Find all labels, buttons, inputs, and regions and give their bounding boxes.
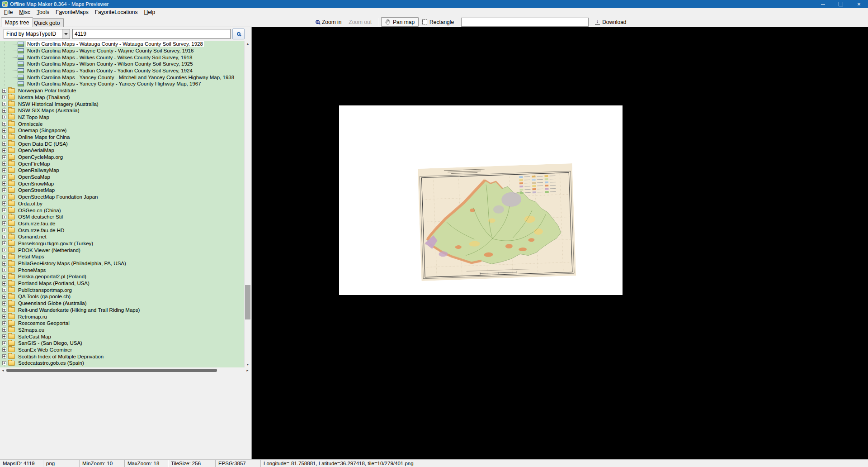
tree-item[interactable]: North Carolina Maps - Yancey County - Ya… — [0, 81, 244, 87]
maximize-button[interactable] — [832, 0, 850, 8]
tree-item[interactable]: Onemap (Singapore) — [0, 127, 244, 134]
expand-plus-icon[interactable] — [2, 295, 6, 299]
tree-item[interactable]: NSW Historical Imagery (Australia) — [0, 100, 244, 107]
tree-item[interactable]: SafeCast Map — [0, 333, 244, 340]
tree-item[interactable]: OpenSeaMap — [0, 174, 244, 181]
tree-item[interactable]: OpenSnowMap — [0, 180, 244, 187]
tree-item[interactable]: Osm.rrze.fau.de HD — [0, 227, 244, 234]
tree-item[interactable]: OpenStreetMap — [0, 187, 244, 194]
vertical-scrollbar[interactable] — [244, 41, 250, 367]
tree-item[interactable]: Roscosmos Geoportal — [0, 320, 244, 327]
tab-maps-tree[interactable]: Maps tree — [1, 17, 33, 27]
expand-plus-icon[interactable] — [2, 341, 6, 345]
expand-plus-icon[interactable] — [2, 215, 6, 219]
tree-item[interactable]: OpenStreetMap Foundation Japan — [0, 194, 244, 200]
tree-item[interactable]: Retromap.ru — [0, 313, 244, 320]
expand-plus-icon[interactable] — [2, 348, 6, 352]
tree-item[interactable]: Reit-und Wanderkarte (Hiking and Trail R… — [0, 307, 244, 314]
tree-item[interactable]: Scottish Index of Multiple Deprivation — [0, 353, 244, 360]
map-preview-panel[interactable] — [252, 27, 868, 459]
tree-item[interactable]: Norwegian Polar Institute — [0, 87, 244, 94]
expand-plus-icon[interactable] — [2, 241, 6, 245]
expand-plus-icon[interactable] — [2, 315, 6, 319]
expand-plus-icon[interactable] — [2, 208, 6, 212]
expand-plus-icon[interactable] — [2, 95, 6, 99]
tree-item[interactable]: OpenRailwayMap — [0, 167, 244, 174]
expand-plus-icon[interactable] — [2, 288, 6, 292]
tree-item[interactable]: OpenFireMap — [0, 160, 244, 167]
expand-plus-icon[interactable] — [2, 201, 6, 205]
horizontal-scrollbar[interactable] — [0, 367, 250, 373]
tree-item[interactable]: OSM deutscher Stil — [0, 214, 244, 220]
tree-item[interactable]: PhilaGeoHistory Maps (Philadelphia, PA, … — [0, 260, 244, 267]
download-range-input[interactable] — [461, 18, 589, 27]
expand-plus-icon[interactable] — [2, 328, 6, 332]
tree-item[interactable]: North Carolina Maps - Wilson County - Wi… — [0, 61, 244, 67]
tree-item[interactable]: OpenCycleMap.org — [0, 154, 244, 161]
expand-plus-icon[interactable] — [2, 142, 6, 146]
scroll-down-icon[interactable] — [245, 362, 251, 367]
expand-plus-icon[interactable] — [2, 129, 6, 133]
expand-plus-icon[interactable] — [2, 135, 6, 139]
tree-item[interactable]: Queensland Globe (Australia) — [0, 300, 244, 307]
tree-item[interactable]: NZ Topo Map — [0, 114, 244, 121]
search-button[interactable] — [232, 29, 245, 39]
expand-plus-icon[interactable] — [2, 308, 6, 312]
tree-item[interactable]: Parselsorgu.tkgm.gov.tr (Turkey) — [0, 240, 244, 247]
scroll-up-icon[interactable] — [245, 41, 251, 47]
close-button[interactable] — [850, 0, 868, 8]
expand-plus-icon[interactable] — [2, 122, 6, 126]
expand-plus-icon[interactable] — [2, 354, 6, 358]
expand-plus-icon[interactable] — [2, 248, 6, 252]
tree-item[interactable]: Omniscale — [0, 120, 244, 127]
tree-item[interactable]: Osm.rrze.fau.de — [0, 220, 244, 227]
tree-item[interactable]: Open Data DC (USA) — [0, 140, 244, 147]
expand-plus-icon[interactable] — [2, 181, 6, 186]
expand-plus-icon[interactable] — [2, 155, 6, 159]
download-button[interactable]: Download — [591, 17, 630, 27]
expand-plus-icon[interactable] — [2, 162, 6, 166]
expand-plus-icon[interactable] — [2, 281, 6, 286]
expand-plus-icon[interactable] — [2, 89, 6, 93]
expand-plus-icon[interactable] — [2, 188, 6, 192]
tree-item[interactable]: PDOK Viewer (Netherland) — [0, 247, 244, 253]
menu-item[interactable]: Misc — [16, 9, 33, 16]
expand-plus-icon[interactable] — [2, 255, 6, 259]
expand-plus-icon[interactable] — [2, 102, 6, 106]
tree-item[interactable]: Publictransportmap.org — [0, 286, 244, 293]
find-by-dropdown[interactable]: Find by MapsTypeID — [4, 29, 70, 39]
tree-item[interactable]: North Carolina Maps - Watauga County - W… — [0, 41, 244, 48]
chevron-down-icon[interactable] — [62, 29, 70, 38]
tree-item[interactable]: Polska.geoportal2.pl (Poland) — [0, 273, 244, 280]
expand-plus-icon[interactable] — [2, 115, 6, 119]
menu-item[interactable]: File — [1, 9, 16, 16]
expand-plus-icon[interactable] — [2, 228, 6, 232]
expand-plus-icon[interactable] — [2, 175, 6, 179]
scroll-right-icon[interactable] — [245, 367, 250, 373]
expand-plus-icon[interactable] — [2, 361, 6, 365]
tree-item[interactable]: Petal Maps — [0, 253, 244, 260]
zoom-in-button[interactable]: Zoom in — [312, 17, 345, 27]
horizontal-scroll-thumb[interactable] — [6, 369, 217, 372]
tree-item[interactable]: North Carolina Maps - Yadkin County - Ya… — [0, 67, 244, 74]
expand-plus-icon[interactable] — [2, 301, 6, 305]
tree-item[interactable]: S2maps.eu — [0, 327, 244, 334]
expand-plus-icon[interactable] — [2, 235, 6, 239]
expand-plus-icon[interactable] — [2, 334, 6, 338]
search-input[interactable] — [72, 29, 231, 39]
tree-item[interactable]: Nostra Map (Thailand) — [0, 94, 244, 101]
expand-plus-icon[interactable] — [2, 168, 6, 172]
tree-item[interactable]: NSW SIX Maps (Australia) — [0, 107, 244, 114]
tree-item[interactable]: PhoneMaps — [0, 267, 244, 273]
expand-plus-icon[interactable] — [2, 275, 6, 279]
menu-item[interactable]: FavoriteLocations — [92, 9, 141, 16]
expand-plus-icon[interactable] — [2, 195, 6, 199]
tree-item[interactable]: North Carolina Maps - Wayne County - Way… — [0, 48, 244, 54]
pan-map-button[interactable]: Pan map — [381, 17, 419, 27]
tree-item[interactable]: Osmand.net — [0, 234, 244, 240]
expand-plus-icon[interactable] — [2, 262, 6, 266]
vertical-scroll-thumb[interactable] — [245, 285, 250, 319]
tree-item[interactable]: Portland Maps (Portland, USA) — [0, 280, 244, 287]
tree-item[interactable]: OSGeo.cn (China) — [0, 207, 244, 214]
tree-item[interactable]: SanGIS - (San Diego, USA) — [0, 340, 244, 347]
